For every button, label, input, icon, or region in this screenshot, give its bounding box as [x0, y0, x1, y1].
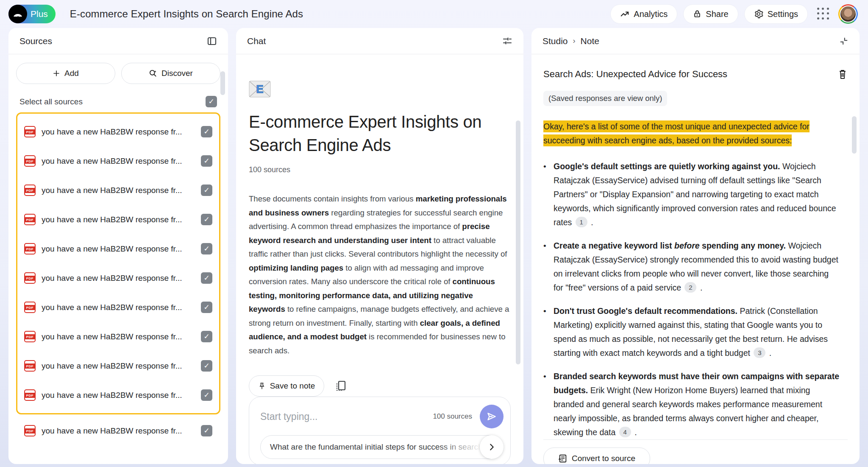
source-checkbox[interactable]: ✓	[201, 272, 212, 284]
avatar-photo	[840, 6, 857, 22]
discover-sources-label: Discover	[161, 69, 193, 78]
notebooklm-logo[interactable]: Plus	[8, 5, 56, 23]
source-title: you have a new HaB2BW response fr...	[42, 303, 195, 312]
note-bullet: •Branded search keywords must have their…	[543, 369, 840, 439]
pdf-icon: PDF	[24, 185, 36, 196]
breadcrumb-studio[interactable]: Studio	[542, 36, 568, 46]
source-checkbox[interactable]: ✓	[201, 155, 212, 167]
lock-icon	[693, 9, 701, 19]
chat-panel-title: Chat	[247, 36, 266, 46]
send-button[interactable]	[480, 405, 504, 428]
svg-text:E: E	[256, 83, 263, 95]
copy-icon[interactable]	[335, 380, 346, 392]
chat-input[interactable]	[260, 411, 425, 422]
source-checkbox[interactable]: ✓	[201, 302, 212, 313]
save-to-note-button[interactable]: Save to note	[249, 375, 324, 397]
source-row[interactable]: PDFyou have a new HaB2BW response fr...✓	[22, 263, 214, 293]
note-bullet: •Google's default settings are quietly w…	[543, 159, 840, 229]
source-row[interactable]: PDFyou have a new HaB2BW response fr...✓	[22, 380, 214, 410]
settings-label: Settings	[768, 9, 798, 19]
citation-badge[interactable]: 2	[684, 282, 696, 293]
notebook-title: E-commerce Expert Insights on Search Eng…	[249, 110, 511, 157]
pin-icon	[258, 382, 266, 390]
delete-note-icon[interactable]	[837, 69, 848, 80]
source-row[interactable]: PDFyou have a new HaB2BW response fr...✓	[22, 293, 214, 322]
select-all-checkbox[interactable]: ✓	[206, 96, 217, 107]
source-title: you have a new HaB2BW response fr...	[42, 127, 195, 137]
discover-sources-button[interactable]: Discover	[121, 63, 220, 84]
user-avatar[interactable]	[838, 4, 858, 24]
add-source-button[interactable]: Add	[16, 63, 115, 84]
view-only-notice: (Saved responses are view only)	[543, 91, 667, 106]
gear-icon	[754, 9, 763, 19]
analytics-button[interactable]: Analytics	[610, 4, 677, 24]
source-title: you have a new HaB2BW response fr...	[42, 361, 195, 371]
citation-badge[interactable]: 3	[754, 347, 765, 358]
sources-count: 100 sources	[249, 165, 511, 174]
chevron-right-icon	[487, 442, 496, 452]
settings-button[interactable]: Settings	[744, 4, 808, 24]
pdf-icon: PDF	[24, 155, 36, 167]
chat-panel: Chat E E-commerce Expert Insights on Sea…	[236, 28, 523, 464]
source-checkbox[interactable]: ✓	[201, 126, 212, 137]
source-row[interactable]: PDFyou have a new HaB2BW response fr...✓	[22, 416, 214, 445]
search-sparkle-icon	[149, 69, 157, 78]
note-bullet: •Don't trust Google's default recommenda…	[543, 304, 840, 360]
bullet-dot: •	[543, 369, 549, 439]
plus-icon	[53, 70, 60, 77]
source-row[interactable]: PDFyou have a new HaB2BW response fr...✓	[22, 117, 214, 146]
breadcrumb: Studio › Note	[542, 36, 599, 46]
source-row[interactable]: PDFyou have a new HaB2BW response fr...✓	[22, 234, 214, 263]
citation-badge[interactable]: 4	[619, 427, 631, 437]
convert-to-source-button[interactable]: Convert to source	[543, 447, 650, 464]
studio-panel: Studio › Note Search Ads: Unexpected Adv…	[531, 28, 860, 464]
pdf-icon: PDF	[24, 331, 36, 342]
studio-scrollbar[interactable]	[852, 116, 857, 154]
source-row[interactable]: PDFyou have a new HaB2BW response fr...✓	[22, 176, 214, 205]
note-title: Search Ads: Unexpected Advice for Succes…	[543, 69, 727, 80]
sources-panel-title: Sources	[19, 36, 52, 46]
source-title: you have a new HaB2BW response fr...	[42, 426, 195, 436]
source-row[interactable]: PDFyou have a new HaB2BW response fr...✓	[22, 322, 214, 351]
share-button[interactable]: Share	[683, 4, 738, 24]
analytics-label: Analytics	[634, 9, 668, 19]
source-checkbox[interactable]: ✓	[201, 389, 212, 401]
source-title: you have a new HaB2BW response fr...	[42, 215, 195, 224]
source-title: you have a new HaB2BW response fr...	[42, 186, 195, 195]
source-checkbox[interactable]: ✓	[201, 185, 212, 196]
pdf-icon: PDF	[24, 243, 36, 254]
overflow-sources: PDFyou have a new HaB2BW response fr...✓	[16, 414, 220, 445]
source-row[interactable]: PDFyou have a new HaB2BW response fr...✓	[22, 351, 214, 380]
google-apps-icon[interactable]	[817, 8, 830, 20]
source-checkbox[interactable]: ✓	[201, 243, 212, 254]
source-checkbox[interactable]: ✓	[201, 214, 212, 225]
source-title: you have a new HaB2BW response fr...	[42, 274, 195, 283]
chat-scrollbar[interactable]	[516, 120, 520, 364]
convert-to-source-label: Convert to source	[572, 454, 635, 463]
next-suggestion-button[interactable]	[480, 435, 504, 459]
chat-settings-icon[interactable]	[502, 36, 512, 46]
pdf-icon: PDF	[24, 214, 36, 225]
bullet-dot: •	[543, 304, 549, 360]
source-checkbox[interactable]: ✓	[201, 360, 212, 372]
trending-up-icon	[620, 9, 629, 19]
source-checkbox[interactable]: ✓	[201, 425, 212, 436]
note-bullets: •Google's default settings are quietly w…	[543, 159, 848, 439]
notebook-title-topbar: E-commerce Expert Insights on Search Eng…	[70, 8, 303, 20]
note-intro: Okay, here's a list of some of the most …	[543, 120, 832, 148]
source-row[interactable]: PDFyou have a new HaB2BW response fr...✓	[22, 146, 214, 176]
sources-scrollbar[interactable]	[220, 71, 225, 95]
source-row[interactable]: PDFyou have a new HaB2BW response fr...✓	[22, 205, 214, 234]
citation-badge[interactable]: 1	[576, 217, 587, 227]
source-checkbox[interactable]: ✓	[201, 331, 212, 342]
collapse-studio-panel-icon[interactable]	[839, 36, 849, 46]
pdf-icon: PDF	[24, 272, 36, 284]
add-source-label: Add	[64, 69, 79, 78]
source-title: you have a new HaB2BW response fr...	[42, 244, 195, 254]
suggested-question-chip[interactable]: What are the fundamental initial steps f…	[260, 435, 502, 459]
notebook-summary: These documents contain insights from va…	[249, 192, 511, 358]
pdf-icon: PDF	[24, 302, 36, 313]
top-bar: Plus E-commerce Expert Insights on Searc…	[0, 0, 868, 28]
pdf-icon: PDF	[24, 126, 36, 137]
collapse-sources-panel-icon[interactable]	[207, 36, 217, 46]
